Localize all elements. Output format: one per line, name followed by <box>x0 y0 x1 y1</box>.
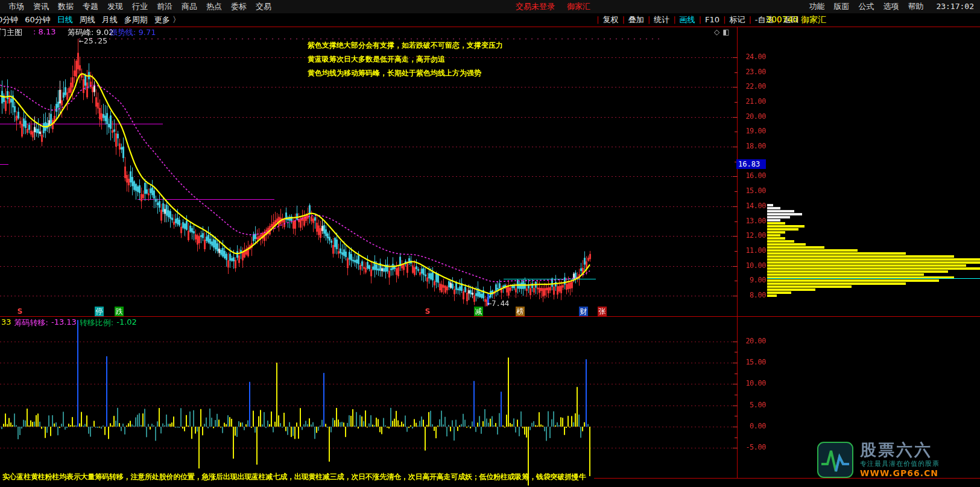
price-axis-label: 12.00 <box>739 231 766 240</box>
toolbar-separator: | <box>673 13 675 26</box>
high-price-annotation: ←25.25 <box>79 36 107 45</box>
price-axis-label: 15.00 <box>739 186 766 195</box>
price-axis-label: 8.00 <box>739 291 766 299</box>
toolbar-separator: | <box>648 13 650 26</box>
current-price-badge: 16.83 <box>736 159 766 169</box>
period-tab-1[interactable]: 0分钟 <box>0 13 18 26</box>
gp66-logo-icon <box>817 441 854 481</box>
period-tab-6[interactable]: 多周期 <box>124 13 148 26</box>
period-tab-2[interactable]: 60分钟 <box>25 13 51 26</box>
price-axis-label: 9.00 <box>739 276 766 284</box>
price-axis-label: 24.00 <box>739 53 766 61</box>
split-window-icon[interactable]: ◧ <box>722 28 729 36</box>
indicator-title: 门主图 <box>0 27 22 38</box>
menu-item-11[interactable]: 交易 <box>256 0 271 13</box>
watermark: 股票六六 专注最具潜在价值的股票 WWW.GP66.CN <box>817 441 940 481</box>
toolbar-separator: | <box>748 13 751 26</box>
lower-axis-label: 0.00 <box>739 422 766 430</box>
menu-item-2[interactable]: 资讯 <box>33 0 49 13</box>
menu-item-10[interactable]: 委标 <box>231 0 247 13</box>
period-tab-4[interactable]: 周线 <box>80 13 95 26</box>
price-axis-label: 14.00 <box>739 202 766 210</box>
diamond-icon[interactable]: ◇ <box>714 28 719 36</box>
price-axis-label: 16.00 <box>739 171 766 180</box>
signal-marker-跌: 跌 <box>115 307 124 316</box>
toolbar-button-5[interactable]: F10 <box>705 13 719 26</box>
toolbar-button-4[interactable]: 画线 <box>680 13 695 26</box>
toolbar-button-6[interactable]: 标记 <box>729 13 745 26</box>
toolbar-button-3[interactable]: 统计 <box>654 13 669 26</box>
watermark-url: WWW.GP66.CN <box>860 468 940 479</box>
signal-marker-停: 停 <box>95 307 104 316</box>
trade-status: 交易未登录 御家汇 <box>516 0 590 13</box>
strong-line-label: 强势线: 9.71 <box>110 27 156 38</box>
menu-item-4[interactable]: 专题 <box>83 0 98 13</box>
toolbar-separator: | <box>723 13 726 26</box>
menu-item-1[interactable]: 市场 <box>8 0 24 13</box>
price-axis-label: 13.00 <box>739 217 766 225</box>
menu-item-3[interactable]: 数据 <box>58 0 74 13</box>
lower-axis-label: -5.00 <box>739 443 766 451</box>
lower-axis-label: 15.00 <box>739 358 766 366</box>
signal-marker-张: 张 <box>598 307 607 316</box>
indicator-value: : 8.13 <box>33 27 55 36</box>
toolbar-separator: | <box>596 13 599 26</box>
window-controls: ◇ ◧ <box>714 28 730 36</box>
price-axis-label: 19.00 <box>739 127 766 135</box>
menu-bar: 市场资讯数据专题发现行业前沿商品热点委标交易 交易未登录 御家汇 功能版面公式选… <box>0 0 980 13</box>
chip-transfer-label: 筹码转移: <box>14 317 48 328</box>
price-axis-label: 18.00 <box>739 142 766 150</box>
toolbar-button-2[interactable]: 叠加 <box>628 13 644 26</box>
watermark-subtitle: 专注最具潜在价值的股票 <box>860 459 940 468</box>
lower-axis-label: 20.00 <box>739 337 766 345</box>
price-axis-label: 20.00 <box>739 112 766 121</box>
menu-right-item-5[interactable]: 帮助 <box>908 0 923 13</box>
note-line-1: 紫色支撑绝大部分会有支撑，如若跌破不可留恋，支撑变压力 <box>308 39 503 53</box>
signal-marker-财: 财 <box>579 307 588 316</box>
transfer-ratio-label: 转移比例: <box>80 317 113 328</box>
lower-axis-label: 10.00 <box>739 379 766 387</box>
toolbar-separator: | <box>699 13 701 26</box>
period-tab-7[interactable]: 更多 〉 <box>154 13 180 26</box>
price-axis-label: 23.00 <box>739 68 766 76</box>
menu-item-7[interactable]: 前沿 <box>157 0 172 13</box>
lower-prefix: 33 <box>1 317 11 328</box>
menu-item-5[interactable]: 发现 <box>107 0 123 13</box>
period-toolbar: 0分钟60分钟日线周线月线多周期更多 〉 |复权|叠加|统计|画线|F10|标记… <box>0 13 980 27</box>
price-axis-label: 10.00 <box>739 261 766 270</box>
menu-items: 市场资讯数据专题发现行业前沿商品热点委标交易 <box>8 0 271 13</box>
low-price-annotation: ←7.44 <box>487 299 509 308</box>
period-tab-3[interactable]: 日线 <box>57 13 73 26</box>
period-tab-5[interactable]: 月线 <box>102 13 118 26</box>
note-line-2: 黄蓝吸筹次日大多数是低开高走，高开勿追 <box>308 53 503 66</box>
trade-login-status: 交易未登录 <box>516 0 555 13</box>
watermark-title: 股票六六 <box>860 441 940 459</box>
menu-right-item-3[interactable]: 公式 <box>858 0 874 13</box>
menu-item-6[interactable]: 行业 <box>132 0 148 13</box>
footer-note: 实心蓝柱黄柱粉柱均表示大量筹码转移，注意所处股价的位置，急涨后出现出现蓝柱减七成… <box>2 472 586 482</box>
menu-right-item-2[interactable]: 版面 <box>833 0 849 13</box>
symbol-label: 300740 御家汇 <box>766 13 826 26</box>
signal-marker-S: S <box>16 307 24 316</box>
menu-item-9[interactable]: 热点 <box>206 0 222 13</box>
menu-right-items: 功能版面公式选项帮助 <box>809 0 923 13</box>
transfer-ratio-value: -1.02 <box>116 317 137 328</box>
lower-axis-label: 5.00 <box>739 401 766 409</box>
chip-transfer-value: -13.13 <box>51 317 77 328</box>
menu-item-8[interactable]: 商品 <box>182 0 197 13</box>
signal-marker-减: 减 <box>474 307 483 316</box>
period-items: 0分钟60分钟日线周线月线多周期更多 〉 <box>0 13 180 26</box>
annotation-notes: 紫色支撑绝大部分会有支撑，如若跌破不可留恋，支撑变压力 黄蓝吸筹次日大多数是低开… <box>308 39 503 80</box>
lower-pane-header: 33 筹码转移: -13.13 转移比例: -1.02 <box>1 317 137 328</box>
menu-right-item-1[interactable]: 功能 <box>809 0 824 13</box>
toolbar-separator: | <box>622 13 624 26</box>
note-line-3: 黄色均线为移动筹码峰，长期处于紫色均线上方为强势 <box>308 66 503 80</box>
price-axis-label: 21.00 <box>739 97 766 106</box>
price-axis-label: 11.00 <box>739 246 766 255</box>
signal-marker-榜: 榜 <box>516 307 525 316</box>
menu-right: 功能版面公式选项帮助 23:17:02 <box>809 0 974 13</box>
signal-marker-S: S <box>424 307 431 316</box>
price-axis-label: 22.00 <box>739 82 766 91</box>
toolbar-button-1[interactable]: 复权 <box>602 13 618 26</box>
menu-right-item-4[interactable]: 选项 <box>883 0 899 13</box>
